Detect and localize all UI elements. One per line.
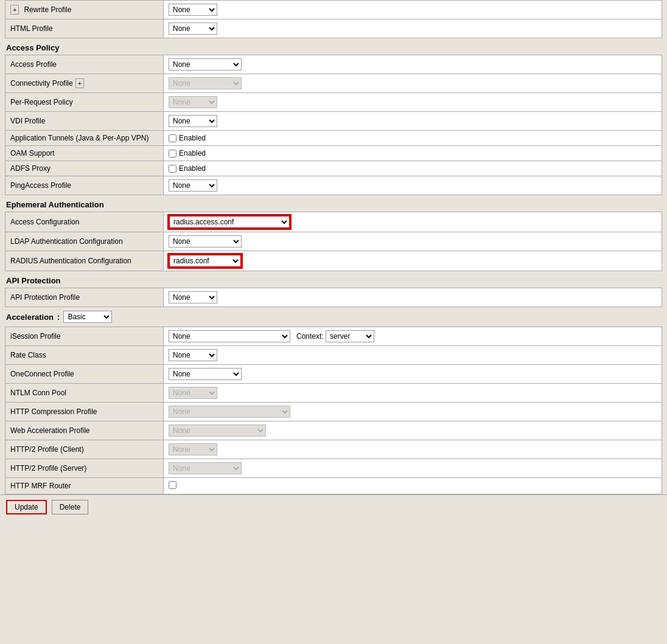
web-acceleration-profile-row: Web Acceleration Profile None: [5, 421, 662, 440]
connectivity-profile-select[interactable]: None: [169, 77, 242, 89]
rate-class-select[interactable]: None: [169, 349, 217, 361]
ephemeral-auth-table: Access Configuration None radius.access.…: [5, 212, 662, 271]
vdi-profile-row: VDI Profile None: [5, 112, 662, 131]
access-config-label: Access Configuration: [10, 218, 79, 226]
per-request-policy-label: Per-Request Policy: [10, 98, 73, 106]
connectivity-profile-label-cell: Connectivity Profile +: [10, 78, 158, 88]
ntlm-conn-pool-row: NTLM Conn Pool None: [5, 384, 662, 403]
rewrite-profile-row: + Rewrite Profile None: [5, 1, 662, 19]
oneconnect-profile-select[interactable]: None: [169, 368, 242, 380]
ldap-auth-config-label: LDAP Authentication Configuration: [10, 237, 123, 246]
app-tunnels-checkbox[interactable]: [169, 134, 176, 142]
acceleration-title: Acceleration: [6, 313, 54, 322]
rate-class-row: Rate Class None: [5, 346, 662, 365]
rewrite-profile-label: Rewrite Profile: [24, 5, 71, 14]
adfs-proxy-checkbox-cell: Enabled: [169, 164, 657, 173]
http2-client-select[interactable]: None: [169, 443, 217, 455]
ntlm-conn-pool-select[interactable]: None: [169, 387, 217, 399]
http2-server-select[interactable]: None: [169, 462, 242, 474]
adfs-proxy-enabled-label: Enabled: [179, 164, 206, 173]
adfs-proxy-label: ADFS Proxy: [10, 164, 51, 173]
radius-auth-config-label: RADIUS Authentication Configuration: [10, 257, 131, 265]
web-acceleration-profile-select[interactable]: None: [169, 424, 266, 437]
html-profile-row: HTML Profile None: [5, 19, 662, 38]
oneconnect-profile-label: OneConnect Profile: [10, 370, 74, 378]
delete-button[interactable]: Delete: [52, 500, 89, 514]
access-config-row: Access Configuration None radius.access.…: [5, 212, 662, 232]
rewrite-profile-add-btn[interactable]: +: [10, 5, 19, 15]
ntlm-conn-pool-label: NTLM Conn Pool: [10, 389, 66, 397]
vdi-profile-label: VDI Profile: [10, 117, 45, 125]
http2-client-row: HTTP/2 Profile (Client) None: [5, 440, 662, 459]
page-container: + Rewrite Profile None HTML Profile: [0, 0, 667, 644]
http2-server-label: HTTP/2 Profile (Server): [10, 464, 86, 473]
oam-support-enabled-label: Enabled: [179, 149, 206, 158]
oam-support-label: OAM Support: [10, 149, 55, 158]
access-profile-select[interactable]: None: [169, 58, 242, 71]
adfs-proxy-checkbox[interactable]: [169, 165, 176, 173]
access-profile-row: Access Profile None: [5, 55, 662, 74]
ldap-auth-config-row: LDAP Authentication Configuration None: [5, 232, 662, 251]
http-compression-profile-label: HTTP Compression Profile: [10, 407, 97, 416]
access-policy-section: Access Policy Access Profile None: [0, 38, 667, 195]
top-profiles-table: + Rewrite Profile None HTML Profile: [5, 0, 662, 38]
api-protection-profile-select[interactable]: None: [169, 291, 217, 303]
rewrite-profile-label-cell: + Rewrite Profile: [10, 5, 158, 15]
app-tunnels-row: Application Tunnels (Java & Per-App VPN)…: [5, 131, 662, 146]
http2-client-label: HTTP/2 Profile (Client): [10, 445, 84, 454]
connectivity-profile-label: Connectivity Profile: [10, 79, 73, 88]
http-mrf-router-row: HTTP MRF Router: [5, 478, 662, 494]
connectivity-profile-add-btn[interactable]: +: [75, 78, 84, 88]
oam-support-checkbox-cell: Enabled: [169, 149, 657, 158]
api-protection-profile-label: API Protection Profile: [10, 293, 80, 302]
web-acceleration-profile-label: Web Acceleration Profile: [10, 426, 90, 435]
app-tunnels-label: Application Tunnels (Java & Per-App VPN): [10, 134, 148, 142]
rewrite-profile-select[interactable]: None: [169, 4, 217, 16]
pingaccess-profile-select[interactable]: None: [169, 179, 217, 192]
adfs-proxy-row: ADFS Proxy Enabled: [5, 161, 662, 176]
http2-server-row: HTTP/2 Profile (Server) None: [5, 459, 662, 478]
isession-profile-select[interactable]: None: [169, 330, 290, 342]
bottom-bar: Update Delete: [0, 494, 667, 519]
ephemeral-auth-section: Ephemeral Authentication Access Configur…: [0, 195, 667, 271]
isession-profile-row: iSession Profile None Context: server cl…: [5, 327, 662, 346]
acceleration-mode-select[interactable]: Basic Full: [63, 311, 112, 323]
acceleration-table: iSession Profile None Context: server cl…: [5, 327, 662, 494]
app-tunnels-checkbox-cell: Enabled: [169, 134, 657, 142]
http-compression-profile-row: HTTP Compression Profile None: [5, 403, 662, 421]
access-policy-header: Access Policy: [0, 38, 667, 55]
api-protection-table: API Protection Profile None: [5, 288, 662, 307]
acceleration-section: Acceleration: Basic Full iSession Profil…: [0, 307, 667, 494]
rate-class-label: Rate Class: [10, 351, 46, 359]
html-profile-label: HTML Profile: [10, 24, 53, 33]
http-compression-profile-select[interactable]: None: [169, 406, 290, 418]
access-policy-table: Access Profile None Connectivity Profile…: [5, 55, 662, 195]
radius-auth-config-select[interactable]: None radius.conf: [169, 254, 242, 268]
oam-support-row: OAM Support Enabled: [5, 146, 662, 161]
context-label: Context:: [296, 332, 324, 341]
pingaccess-profile-label: PingAccess Profile: [10, 181, 71, 190]
vdi-profile-select[interactable]: None: [169, 115, 217, 127]
api-protection-header: API Protection: [0, 271, 667, 288]
top-profiles-section: + Rewrite Profile None HTML Profile: [0, 0, 667, 38]
ephemeral-auth-header: Ephemeral Authentication: [0, 195, 667, 212]
access-config-select[interactable]: None radius.access.conf: [169, 215, 290, 229]
isession-profile-label: iSession Profile: [10, 332, 61, 341]
per-request-policy-row: Per-Request Policy None: [5, 93, 662, 112]
connectivity-profile-row: Connectivity Profile + None: [5, 74, 662, 93]
context-select[interactable]: server client: [326, 330, 374, 342]
per-request-policy-select[interactable]: None: [169, 96, 217, 108]
api-protection-section: API Protection API Protection Profile No…: [0, 271, 667, 307]
radius-auth-config-row: RADIUS Authentication Configuration None…: [5, 251, 662, 271]
html-profile-select[interactable]: None: [169, 23, 217, 35]
oneconnect-profile-row: OneConnect Profile None: [5, 365, 662, 384]
ldap-auth-config-select[interactable]: None: [169, 235, 242, 248]
acceleration-header: Acceleration: Basic Full: [0, 307, 667, 327]
http-mrf-router-label: HTTP MRF Router: [10, 482, 71, 490]
http-mrf-router-checkbox[interactable]: [169, 481, 176, 489]
access-profile-label: Access Profile: [10, 60, 57, 69]
update-button[interactable]: Update: [6, 500, 47, 514]
app-tunnels-enabled-label: Enabled: [179, 134, 206, 142]
oam-support-checkbox[interactable]: [169, 150, 176, 158]
pingaccess-profile-row: PingAccess Profile None: [5, 176, 662, 195]
